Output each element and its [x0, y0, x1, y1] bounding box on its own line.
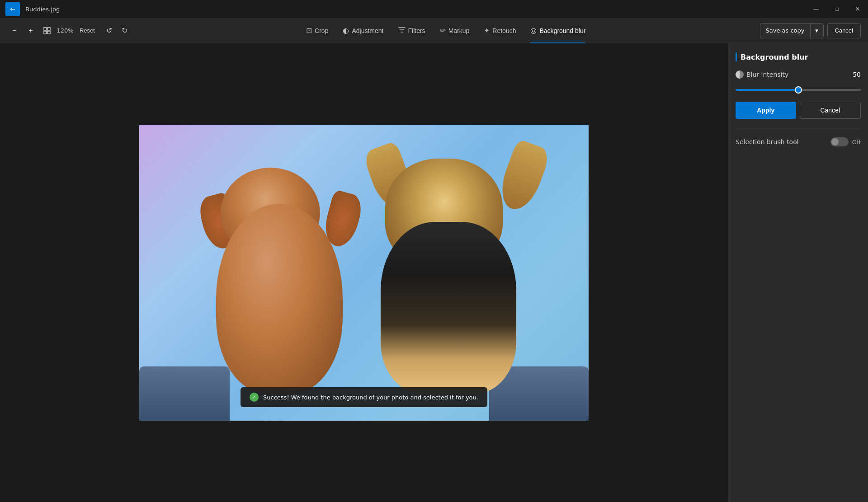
nav-background-blur-label: Background blur	[539, 27, 585, 34]
nav-adjustment[interactable]: ◐ Adjustment	[335, 18, 391, 43]
zoom-in-button[interactable]: +	[24, 23, 38, 38]
zoom-level-display: 120%	[56, 27, 74, 34]
svg-rect-2	[44, 31, 47, 34]
adjustment-icon: ◐	[343, 26, 349, 35]
success-toast: ✓ Success! We found the background of yo…	[241, 387, 487, 407]
svg-rect-0	[44, 28, 47, 30]
nav-adjustment-label: Adjustment	[352, 27, 383, 34]
svg-rect-1	[47, 28, 50, 30]
titlebar: ← Buddies.jpg — □ ✕	[0, 0, 868, 18]
zoom-to-fit-button[interactable]	[40, 23, 54, 38]
dog-left	[193, 168, 365, 394]
nav-retouch[interactable]: ✦ Retouch	[476, 18, 523, 43]
zoom-controls: − + 120% Reset ↺ ↻	[7, 23, 132, 38]
back-icon: ←	[10, 5, 15, 13]
close-button[interactable]: ✕	[847, 0, 868, 18]
nav-markup[interactable]: ✏ Markup	[433, 18, 477, 43]
save-as-copy-chevron-icon: ▾	[811, 23, 823, 38]
panel-divider	[736, 128, 861, 128]
cancel-header-button[interactable]: Cancel	[827, 23, 861, 38]
save-as-copy-button[interactable]: Save as copy ▾	[760, 23, 824, 38]
toolbar-navigation: ⊡ Crop ◐ Adjustment Filters ✏ Markup ✦ R…	[299, 18, 593, 43]
undo-redo-controls: ↺ ↻	[102, 23, 132, 38]
nav-filters-label: Filters	[408, 27, 425, 34]
panel-action-buttons: Apply Cancel	[736, 102, 861, 119]
toast-message: Success! We found the background of your…	[263, 394, 478, 401]
undo-button[interactable]: ↺	[102, 23, 117, 38]
toolbar: − + 120% Reset ↺ ↻ ⊡ Crop ◐ Adjustment	[0, 18, 868, 43]
toggle-state-label: Off	[852, 139, 861, 145]
selection-brush-toggle[interactable]	[830, 137, 849, 146]
save-as-copy-label: Save as copy	[760, 23, 811, 38]
toggle-thumb	[831, 138, 839, 145]
markup-icon: ✏	[440, 26, 446, 35]
dog-left-body	[216, 204, 343, 394]
retouch-icon: ✦	[484, 26, 490, 35]
nav-retouch-label: Retouch	[492, 27, 516, 34]
nav-crop[interactable]: ⊡ Crop	[299, 18, 335, 43]
redo-button[interactable]: ↻	[118, 23, 132, 38]
blur-intensity-value: 50	[853, 71, 861, 78]
main-area: ✓ Success! We found the background of yo…	[0, 43, 868, 502]
canvas-area: ✓ Success! We found the background of yo…	[0, 43, 728, 502]
blur-icon	[736, 70, 744, 79]
blur-intensity-row: Blur intensity 50	[736, 70, 861, 79]
main-image	[139, 125, 589, 421]
background-blur-icon: ◎	[530, 26, 537, 35]
titlebar-filename: Buddies.jpg	[25, 6, 60, 13]
blur-intensity-label: Blur intensity	[736, 70, 788, 79]
apply-button[interactable]: Apply	[736, 102, 796, 119]
minimize-button[interactable]: —	[806, 0, 826, 18]
filters-icon	[398, 26, 406, 35]
back-button[interactable]: ←	[5, 2, 20, 16]
nav-background-blur[interactable]: ◎ Background blur	[523, 18, 593, 43]
toast-success-icon: ✓	[250, 393, 259, 402]
dog-right-ear-right	[495, 139, 552, 215]
maximize-button[interactable]: □	[826, 0, 847, 18]
nav-filters[interactable]: Filters	[391, 18, 433, 43]
zoom-frame-icon	[43, 27, 51, 35]
selection-brush-label: Selection brush tool	[736, 138, 799, 145]
blur-intensity-label-text: Blur intensity	[746, 71, 788, 78]
image-container: ✓ Success! We found the background of yo…	[139, 125, 589, 421]
crop-icon: ⊡	[306, 26, 312, 35]
svg-rect-3	[47, 31, 50, 34]
toolbar-actions: Save as copy ▾ Cancel	[760, 23, 861, 38]
selection-brush-row: Selection brush tool Off	[736, 137, 861, 146]
panel-section-title: Background blur	[736, 52, 861, 61]
toggle-container: Off	[830, 137, 861, 146]
nav-crop-label: Crop	[315, 27, 328, 34]
right-panel: Background blur Blur intensity 50 Apply …	[728, 43, 868, 502]
dog-right-body	[381, 222, 516, 394]
blur-intensity-slider[interactable]	[736, 89, 861, 91]
nav-markup-label: Markup	[448, 27, 470, 34]
panel-title-text: Background blur	[741, 53, 808, 61]
zoom-out-button[interactable]: −	[7, 23, 22, 38]
panel-cancel-button[interactable]: Cancel	[800, 102, 861, 119]
reset-button[interactable]: Reset	[76, 25, 99, 36]
dog-right	[372, 159, 543, 394]
window-controls: — □ ✕	[806, 0, 868, 18]
blur-slider-container	[736, 84, 861, 93]
